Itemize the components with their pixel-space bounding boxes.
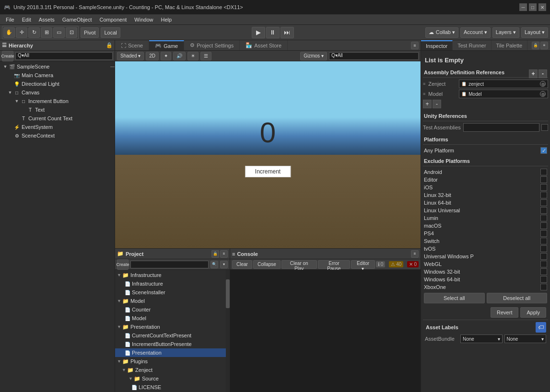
overlay-button[interactable]: ☰ [200,52,211,60]
shaded-dropdown[interactable]: Shaded ▾ [117,52,144,60]
editor-dropdown[interactable]: Editor ▾ [351,260,375,269]
menu-help[interactable]: Help [157,16,176,23]
hierarchy-item-eventsystem[interactable]: ⚡ EventSystem [0,123,115,131]
linux32-checkbox[interactable] [540,192,547,198]
hierarchy-item-maincamera[interactable]: 📷 Main Camera [0,71,115,80]
project-item-incrementbuttonpresente[interactable]: 📄 IncrementButtonPresente [115,340,230,348]
scale-tool[interactable]: ⊞ [41,27,52,38]
linux64-checkbox[interactable] [540,199,547,206]
asset-bundle-dropdown2[interactable]: None ▾ [504,334,547,343]
transform-tool[interactable]: ⊡ [66,27,77,38]
pause-button[interactable]: ⏸ [266,27,280,38]
hand-tool[interactable]: ✋ [3,27,15,38]
android-checkbox[interactable] [540,169,547,175]
close-button[interactable]: ✕ [538,3,546,11]
scrollbar-thumb[interactable] [226,279,230,308]
project-item-plugins-folder[interactable]: ▼ 📁 Plugins [115,357,230,366]
project-search[interactable] [130,261,209,268]
project-lock-button[interactable]: 🔒 [211,250,219,258]
tab-asset-store[interactable]: 🏪 Asset Store [240,40,288,50]
ref-select-icon[interactable]: ◎ [540,91,546,97]
ios-checkbox[interactable] [540,184,547,191]
inspector-menu-button[interactable]: ≡ [540,42,548,49]
editor-checkbox[interactable] [540,176,547,183]
deselect-all-button[interactable]: Deselect all [487,293,548,303]
rect-tool[interactable]: ▭ [53,27,65,38]
gizmos-dropdown[interactable]: Gizmos ▾ [300,52,327,60]
clear-on-play-button[interactable]: Clear on Play [281,260,317,269]
project-create-button[interactable]: Create [117,259,129,270]
audio-button[interactable]: 🔊 [173,52,186,60]
assembly-add-button2[interactable]: + [423,100,432,108]
local-dropdown[interactable]: Local [101,27,120,38]
ref-select-icon[interactable]: ◎ [540,81,546,87]
menu-window[interactable]: Window [130,16,157,23]
hierarchy-item-canvas[interactable]: ▼ □ Canvas [0,88,115,97]
select-all-button[interactable]: Select all [424,293,485,303]
menu-file[interactable]: File [2,16,18,23]
xboxone-checkbox[interactable] [540,284,547,290]
project-filter-button[interactable]: ▾ [220,261,228,268]
macos-checkbox[interactable] [540,222,547,229]
collab-dropdown[interactable]: ☁ Collab ▾ [425,27,458,38]
project-item-infrastructure-file[interactable]: 📄 Infrastructure [115,279,230,288]
test-assemblies-field[interactable] [463,123,539,132]
lumin-checkbox[interactable] [540,215,547,221]
error-pause-button[interactable]: Error Pause [318,260,351,269]
test-assemblies-checkbox[interactable] [541,124,548,131]
project-item-presentation-folder[interactable]: ▼ 📁 Presentation [115,323,230,331]
console-menu-button[interactable]: ≡ [411,250,419,258]
hierarchy-item-currentcounttext[interactable]: T Current Count Text [0,114,115,123]
apply-button[interactable]: Apply [520,307,546,318]
hierarchy-item-scenecontext[interactable]: ⚙ SceneContext [0,131,115,140]
step-button[interactable]: ⏭ [281,27,294,38]
any-platform-checkbox[interactable]: ✓ [540,147,547,154]
layout-dropdown[interactable]: Layout ▾ [521,27,548,38]
project-item-infrastructure-folder[interactable]: ▼ 📁 Infrastructure [115,271,230,279]
increment-button[interactable]: Increment [245,166,291,177]
webgl-checkbox[interactable] [540,261,547,267]
ps4-checkbox[interactable] [540,230,547,237]
layers-dropdown[interactable]: Layers ▾ [492,27,519,38]
maximize-button[interactable]: □ [529,3,537,11]
minimize-button[interactable]: ─ [519,3,527,11]
project-item-currentcounttextpresent[interactable]: 📄 CurrentCountTextPresent [115,331,230,340]
project-item-zenject-folder[interactable]: ▼ 📁 Zenject [115,366,230,374]
tab-game[interactable]: 🎮 Game [149,40,184,50]
assembly-remove-button[interactable]: - [538,69,547,78]
project-item-model-file[interactable]: 📄 Model [115,314,230,323]
clear-button[interactable]: Clear [232,260,252,269]
tvos-checkbox[interactable] [540,245,547,252]
project-menu-button[interactable]: ≡ [220,250,228,258]
rotate-tool[interactable]: ↻ [28,27,40,38]
project-item-source-folder[interactable]: ▼ 📁 Source [115,374,230,383]
hierarchy-item-incrementbutton[interactable]: ▼ □ Increment Button [0,97,115,105]
project-search-icon[interactable]: 🔍 [211,261,218,268]
project-item-model-folder[interactable]: ▼ 📁 Model [115,297,230,305]
fx-button[interactable]: ☀ [187,52,199,60]
uwp-checkbox[interactable] [540,253,547,260]
tab-test-runner[interactable]: Test Runner [453,40,491,50]
assembly-add-button[interactable]: + [529,69,538,78]
ref-field-zenject[interactable]: 📋 zenject ◎ [459,80,548,88]
hierarchy-item-samplescene[interactable]: ▼ 🎬 SampleScene — [0,62,115,71]
inspector-lock-button[interactable]: 🔒 [532,42,539,49]
project-item-counter[interactable]: 📄 Counter [115,305,230,314]
hierarchy-item-directionallight[interactable]: 💡 Directional Light [0,80,115,88]
asset-label-tag-button[interactable]: 🏷 [536,322,546,333]
hierarchy-search[interactable]: Q▾All [15,52,113,60]
project-item-sceneinstaller[interactable]: 📄 SceneInstaller [115,288,230,297]
linuxuniversal-checkbox[interactable] [540,207,547,214]
collapse-button[interactable]: Collapse [253,260,281,269]
scene-search[interactable]: Q▾All [329,52,419,60]
tab-project-settings[interactable]: ⚙ Project Settings [184,40,240,50]
project-item-presentation-file[interactable]: 📄 Presentation [115,348,230,357]
view-menu-button[interactable]: ≡ [411,42,419,49]
title-bar-controls[interactable]: ─ □ ✕ [519,3,546,11]
switch-checkbox[interactable] [540,238,547,244]
revert-button[interactable]: Revert [491,307,518,318]
menu-gameobject[interactable]: GameObject [59,16,96,23]
tab-inspector[interactable]: Inspector [421,40,453,50]
move-tool[interactable]: ✛ [16,27,27,38]
ref-field-model[interactable]: 📋 Model ◎ [459,90,548,98]
